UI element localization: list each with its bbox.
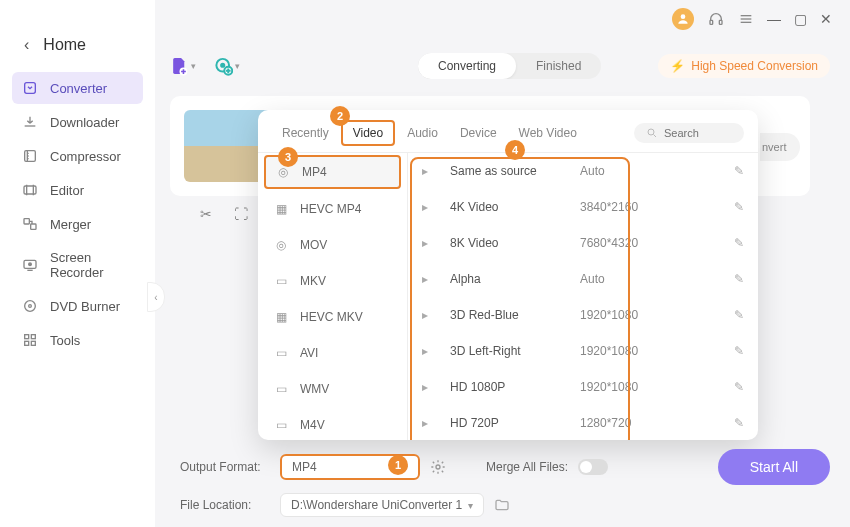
- video-icon: ▸: [422, 272, 440, 286]
- converter-icon: [22, 80, 38, 96]
- edit-preset-icon[interactable]: ✎: [734, 308, 744, 322]
- format-avi[interactable]: ▭AVI: [258, 335, 407, 371]
- edit-preset-icon[interactable]: ✎: [734, 200, 744, 214]
- preset-8k[interactable]: ▸8K Video7680*4320✎: [408, 225, 758, 261]
- merge-toggle[interactable]: [578, 459, 608, 475]
- chevron-left-icon: ‹: [24, 36, 29, 54]
- format-m4v[interactable]: ▭M4V: [258, 407, 407, 440]
- preset-3d-red-blue[interactable]: ▸3D Red-Blue1920*1080✎: [408, 297, 758, 333]
- svg-rect-1: [710, 20, 713, 24]
- target-icon: ◎: [272, 238, 290, 252]
- preset-list: ▸Same as sourceAuto✎ ▸4K Video3840*2160✎…: [408, 153, 758, 440]
- file-location-label: File Location:: [180, 498, 270, 512]
- start-all-button[interactable]: Start All: [718, 449, 830, 485]
- high-speed-conversion[interactable]: ⚡ High Speed Conversion: [658, 54, 830, 78]
- svg-rect-8: [24, 186, 36, 194]
- convert-button[interactable]: nvert: [760, 133, 800, 161]
- edit-preset-icon[interactable]: ✎: [734, 416, 744, 430]
- film-icon: ▭: [272, 382, 290, 396]
- format-hevc-mp4[interactable]: ▦HEVC MP4: [258, 191, 407, 227]
- maximize-button[interactable]: ▢: [794, 13, 806, 25]
- preset-hd-720p[interactable]: ▸HD 720P1280*720✎: [408, 405, 758, 440]
- close-button[interactable]: ✕: [820, 13, 832, 25]
- add-dvd-button[interactable]: ▾: [214, 53, 240, 79]
- svg-rect-21: [31, 341, 35, 345]
- downloader-icon: [22, 114, 38, 130]
- svg-point-17: [29, 305, 32, 308]
- video-icon: ▸: [422, 236, 440, 250]
- minimize-button[interactable]: —: [768, 13, 780, 25]
- tab-converting[interactable]: Converting: [418, 53, 516, 79]
- sidebar-item-dvd-burner[interactable]: DVD Burner: [12, 290, 143, 322]
- format-mkv[interactable]: ▭MKV: [258, 263, 407, 299]
- search-icon: [646, 127, 658, 139]
- target-icon: ◎: [274, 165, 292, 179]
- tab-recently[interactable]: Recently: [272, 122, 339, 144]
- menu-icon[interactable]: [738, 11, 754, 27]
- chevron-down-icon: ▾: [468, 500, 473, 511]
- svg-point-28: [436, 465, 440, 469]
- sidebar-item-screen-recorder[interactable]: Screen Recorder: [12, 242, 143, 288]
- video-icon: ▸: [422, 164, 440, 178]
- tab-video[interactable]: Video: [341, 120, 395, 146]
- svg-rect-18: [25, 335, 29, 339]
- home-label: Home: [43, 36, 86, 54]
- trim-icon[interactable]: ✂: [200, 206, 212, 222]
- user-avatar[interactable]: [672, 8, 694, 30]
- sidebar-item-compressor[interactable]: Compressor: [12, 140, 143, 172]
- preset-4k[interactable]: ▸4K Video3840*2160✎: [408, 189, 758, 225]
- format-panel: Recently Video Audio Device Web Video ◎M…: [258, 110, 758, 440]
- svg-rect-2: [719, 20, 722, 24]
- add-file-button[interactable]: ▾: [170, 53, 196, 79]
- callout-1: 1: [388, 455, 408, 475]
- svg-point-26: [648, 129, 654, 135]
- video-icon: ▸: [422, 308, 440, 322]
- preset-alpha[interactable]: ▸AlphaAuto✎: [408, 261, 758, 297]
- sidebar-item-downloader[interactable]: Downloader: [12, 106, 143, 138]
- edit-preset-icon[interactable]: ✎: [734, 164, 744, 178]
- svg-point-14: [29, 263, 32, 266]
- compressor-icon: [22, 148, 38, 164]
- file-location-select[interactable]: D:\Wondershare UniConverter 1 ▾: [280, 493, 484, 517]
- sidebar-item-tools[interactable]: Tools: [12, 324, 143, 356]
- format-wmv[interactable]: ▭WMV: [258, 371, 407, 407]
- format-hevc-mkv[interactable]: ▦HEVC MKV: [258, 299, 407, 335]
- edit-preset-icon[interactable]: ✎: [734, 236, 744, 250]
- callout-4: 4: [505, 140, 525, 160]
- output-settings-icon[interactable]: [430, 459, 446, 475]
- format-mov[interactable]: ◎MOV: [258, 227, 407, 263]
- sidebar-item-converter[interactable]: Converter: [12, 72, 143, 104]
- preset-same-as-source[interactable]: ▸Same as sourceAuto✎: [408, 153, 758, 189]
- search-input[interactable]: [664, 127, 734, 139]
- back-home[interactable]: ‹ Home: [0, 30, 155, 72]
- svg-rect-11: [24, 219, 29, 224]
- format-search[interactable]: [634, 123, 744, 143]
- headset-icon[interactable]: [708, 11, 724, 27]
- svg-rect-19: [31, 335, 35, 339]
- output-format-label: Output Format:: [180, 460, 270, 474]
- video-icon: ▸: [422, 416, 440, 430]
- svg-line-27: [654, 135, 657, 138]
- edit-preset-icon[interactable]: ✎: [734, 344, 744, 358]
- film-icon: ▭: [272, 274, 290, 288]
- tab-finished[interactable]: Finished: [516, 53, 601, 79]
- crop-icon[interactable]: ⛶: [234, 206, 248, 222]
- preset-3d-left-right[interactable]: ▸3D Left-Right1920*1080✎: [408, 333, 758, 369]
- svg-rect-20: [25, 341, 29, 345]
- collapse-sidebar-handle[interactable]: ‹: [147, 282, 165, 312]
- tools-icon: [22, 332, 38, 348]
- open-folder-icon[interactable]: [494, 497, 510, 513]
- sidebar: ‹ Home Converter Downloader Compressor E…: [0, 0, 155, 527]
- sidebar-item-merger[interactable]: Merger: [12, 208, 143, 240]
- svg-point-0: [681, 14, 686, 19]
- edit-preset-icon[interactable]: ✎: [734, 272, 744, 286]
- film-icon: ▭: [272, 418, 290, 432]
- merge-label: Merge All Files:: [486, 460, 568, 474]
- tab-device[interactable]: Device: [450, 122, 507, 144]
- edit-preset-icon[interactable]: ✎: [734, 380, 744, 394]
- tab-audio[interactable]: Audio: [397, 122, 448, 144]
- preset-hd-1080p[interactable]: ▸HD 1080P1920*1080✎: [408, 369, 758, 405]
- editor-icon: [22, 182, 38, 198]
- svg-point-24: [221, 64, 224, 67]
- sidebar-item-editor[interactable]: Editor: [12, 174, 143, 206]
